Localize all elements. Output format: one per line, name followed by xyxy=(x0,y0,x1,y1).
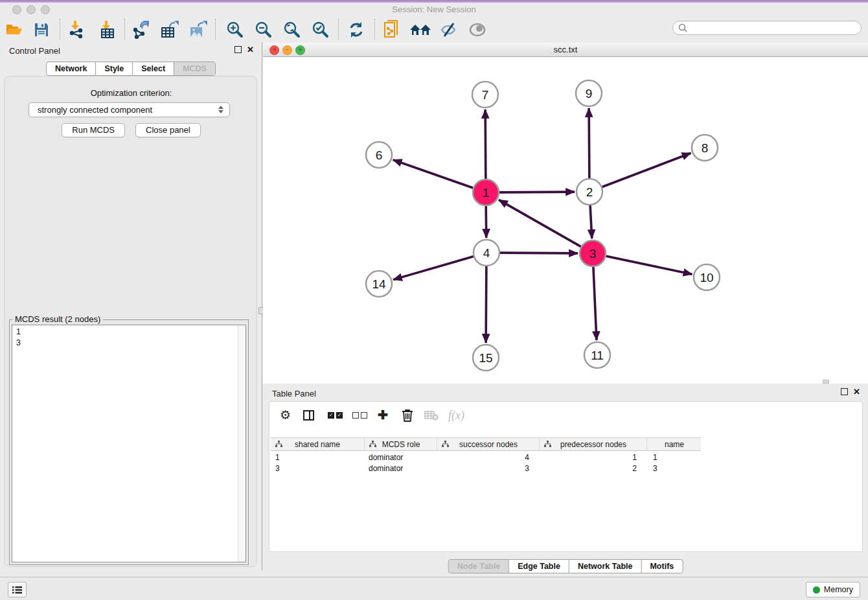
mcds-result-group: MCDS result (2 nodes) 1 3 xyxy=(9,319,249,565)
close-panel-icon[interactable]: ✕ xyxy=(247,46,254,53)
sort-icon xyxy=(369,441,376,448)
tab-select[interactable]: Select xyxy=(132,62,174,75)
graph-edge-1-2[interactable] xyxy=(499,192,575,192)
window-zoom-icon[interactable] xyxy=(41,5,50,14)
toggle-columns-icon[interactable] xyxy=(303,408,314,422)
task-history-button[interactable] xyxy=(8,582,27,597)
graph-node-label: 4 xyxy=(483,246,490,260)
import-table-icon[interactable] xyxy=(96,18,119,41)
status-bar: Memory xyxy=(0,577,868,600)
toolbar-separator xyxy=(338,19,339,40)
column-header-predecessor-nodes[interactable]: predecessor nodes xyxy=(539,438,647,450)
zoom-selected-icon[interactable] xyxy=(308,18,332,41)
graph-edge-4-14[interactable] xyxy=(393,257,474,280)
table-row[interactable]: 1 dominator 4 1 1 xyxy=(271,452,701,463)
table-settings-gear-icon[interactable]: ⚙ xyxy=(280,408,291,422)
network-window-titlebar[interactable]: × − + scc.txt xyxy=(263,43,868,57)
minimize-icon[interactable]: − xyxy=(282,45,292,55)
graph-node-label: 15 xyxy=(479,351,492,365)
zoom-in-icon[interactable] xyxy=(223,18,246,41)
window-close-icon[interactable] xyxy=(12,5,21,14)
graph-node-label: 8 xyxy=(702,141,709,155)
tab-network[interactable]: Network xyxy=(47,62,95,75)
select-all-rows-icon[interactable]: ✓✓ xyxy=(328,408,345,422)
result-scrollbar[interactable] xyxy=(238,325,246,562)
zoom-out-icon[interactable] xyxy=(251,18,275,41)
toolbar-separator xyxy=(60,19,60,40)
search-input[interactable] xyxy=(672,21,862,35)
dropdown-stepper-icon xyxy=(218,106,223,113)
tab-edge-table[interactable]: Edge Table xyxy=(508,560,569,573)
zoom-fit-icon[interactable] xyxy=(280,18,303,41)
new-network-from-selection-icon[interactable] xyxy=(380,18,404,41)
cell-successor-nodes[interactable]: 4 xyxy=(437,452,539,463)
show-all-icon[interactable] xyxy=(466,18,489,41)
graph-node-label: 10 xyxy=(700,271,713,284)
save-session-icon[interactable] xyxy=(30,18,53,41)
application-window: Session: New Session xyxy=(0,0,868,600)
graph-edge-3-1[interactable] xyxy=(499,200,581,246)
graph-edge-4-3[interactable] xyxy=(500,253,578,253)
graph-edge-2-8[interactable] xyxy=(602,153,691,187)
cell-predecessor-nodes[interactable]: 1 xyxy=(539,452,646,463)
add-column-icon[interactable]: ✚ xyxy=(378,408,388,422)
close-panel-button[interactable]: Close panel xyxy=(135,123,201,137)
tab-style[interactable]: Style xyxy=(95,62,132,75)
toolbar-separator xyxy=(124,19,125,40)
mcds-result-text[interactable]: 1 3 xyxy=(12,325,246,562)
graph-edge-2-3[interactable] xyxy=(590,205,592,238)
graph-edge-3-11[interactable] xyxy=(593,267,597,340)
delete-table-icon xyxy=(424,408,439,422)
criterion-dropdown[interactable]: strongly connected component xyxy=(29,102,230,117)
graph-edge-3-10[interactable] xyxy=(606,256,692,274)
float-panel-icon[interactable] xyxy=(234,46,242,53)
control-panel-tabs: Network Style Select MCDS xyxy=(46,62,216,76)
cell-shared-name[interactable]: 3 xyxy=(271,463,364,474)
delete-column-trash-icon[interactable] xyxy=(402,408,413,422)
graph-edge-1-6[interactable] xyxy=(393,160,473,188)
tab-network-table[interactable]: Network Table xyxy=(569,560,641,573)
maximize-icon[interactable]: + xyxy=(295,45,305,55)
export-table-icon[interactable] xyxy=(158,18,181,41)
table-row[interactable]: 3 dominator 3 2 3 xyxy=(271,463,701,474)
tab-node-table[interactable]: Node Table xyxy=(449,560,508,573)
mcds-result-title: MCDS result (2 nodes) xyxy=(12,314,103,324)
column-header-name[interactable]: name xyxy=(646,438,702,450)
graph-edge-1-4[interactable] xyxy=(486,206,486,238)
cell-predecessor-nodes[interactable]: 2 xyxy=(539,463,646,474)
column-header-mcds-role[interactable]: MCDS role xyxy=(364,438,437,450)
float-panel-icon[interactable] xyxy=(841,388,848,395)
graph-edge-1-7[interactable] xyxy=(485,110,486,179)
window-minimize-icon[interactable] xyxy=(27,5,36,14)
first-neighbors-icon[interactable] xyxy=(409,18,432,41)
tab-motifs[interactable]: Motifs xyxy=(641,560,682,573)
cell-name[interactable]: 3 xyxy=(646,463,701,474)
export-network-icon[interactable] xyxy=(130,18,153,41)
sort-icon xyxy=(442,441,449,448)
column-header-successor-nodes[interactable]: successor nodes xyxy=(437,438,540,450)
cell-shared-name[interactable]: 1 xyxy=(271,452,364,463)
deselect-all-rows-icon[interactable] xyxy=(352,408,369,422)
open-session-icon[interactable] xyxy=(3,18,26,41)
cell-mcds-role[interactable]: dominator xyxy=(364,463,437,474)
memory-button[interactable]: Memory xyxy=(806,582,860,597)
cell-mcds-role[interactable]: dominator xyxy=(364,452,437,463)
toolbar-separator xyxy=(374,19,375,40)
tab-mcds[interactable]: MCDS xyxy=(174,62,215,75)
run-mcds-button[interactable]: Run MCDS xyxy=(62,123,125,137)
hide-selection-icon[interactable] xyxy=(437,18,460,41)
import-network-icon[interactable] xyxy=(65,18,88,41)
column-header-shared-name[interactable]: shared name xyxy=(271,438,364,450)
refresh-layout-icon[interactable] xyxy=(345,18,368,41)
graph-edge-4-15[interactable] xyxy=(486,266,486,343)
list-icon xyxy=(12,586,22,594)
close-icon[interactable]: × xyxy=(269,45,279,55)
graph-edge-2-9[interactable] xyxy=(589,108,589,178)
close-panel-icon[interactable]: ✕ xyxy=(853,388,860,395)
network-canvas[interactable]: 7968124314101511 xyxy=(263,57,868,384)
cell-name[interactable]: 1 xyxy=(646,452,701,463)
cell-successor-nodes[interactable]: 3 xyxy=(437,463,539,474)
export-image-icon[interactable] xyxy=(187,18,210,41)
search-text-field[interactable] xyxy=(687,21,861,34)
graph-node-label: 2 xyxy=(586,185,593,199)
